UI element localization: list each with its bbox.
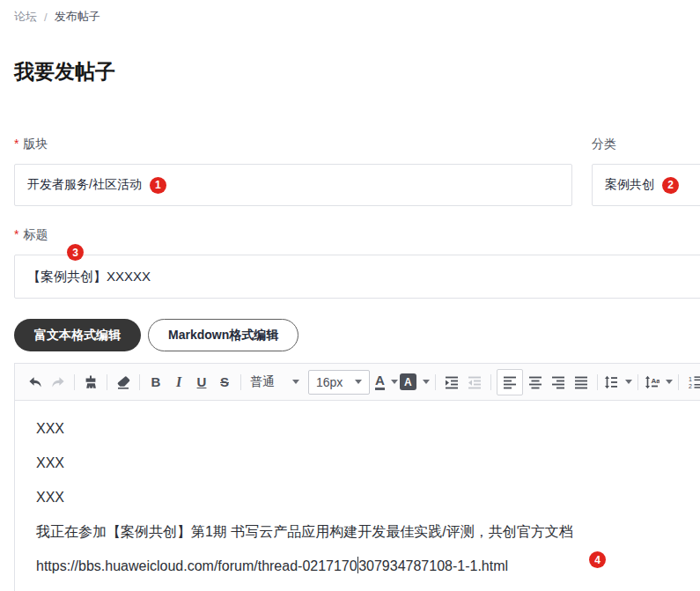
category-label: 分类	[592, 137, 700, 152]
breadcrumb: 论坛 / 发布帖子	[14, 9, 100, 25]
markdown-mode-button[interactable]: Markdown格式编辑	[148, 319, 298, 351]
italic-button[interactable]: I	[168, 371, 189, 394]
title-input[interactable]: 【案例共创】XXXXX	[14, 255, 700, 299]
svg-text:Aa: Aa	[651, 376, 659, 384]
board-label: *版块	[14, 137, 572, 152]
editor-mode-switch: 富文本格式编辑 Markdown格式编辑	[14, 319, 298, 351]
category-select[interactable]: 案例共创 2	[592, 164, 700, 206]
paragraph-format-dropdown[interactable]: 普通	[247, 371, 303, 394]
editor-paragraph: 我正在参加【案例共创】第1期 书写云产品应用构建开发最佳实践/评测，共创官方文档	[36, 514, 700, 549]
line-height-dropdown[interactable]	[603, 371, 632, 394]
undo-icon[interactable]	[25, 371, 46, 394]
strikethrough-button[interactable]: S	[214, 371, 235, 394]
toolbar-separator	[107, 374, 107, 390]
indent-increase-icon[interactable]	[441, 371, 462, 394]
align-left-icon[interactable]	[497, 369, 523, 395]
editor-line: XXX	[36, 411, 700, 446]
title-field: *标题 3 【案例共创】XXXXX	[14, 227, 700, 299]
required-mark: *	[14, 137, 18, 151]
breadcrumb-current-page: 发布帖子	[55, 9, 100, 25]
chevron-down-icon	[666, 380, 673, 384]
redo-icon[interactable]	[48, 371, 69, 394]
svg-text:2: 2	[689, 383, 692, 389]
font-size-dropdown[interactable]: 16px	[308, 370, 370, 395]
font-color-button[interactable]: A	[375, 371, 398, 394]
chevron-down-icon	[423, 380, 430, 384]
bold-button[interactable]: B	[145, 371, 166, 394]
annotation-badge-1: 1	[150, 177, 166, 194]
indent-decrease-icon[interactable]	[464, 371, 485, 394]
richtext-mode-button[interactable]: 富文本格式编辑	[14, 319, 141, 351]
editor-line: XXX	[36, 480, 700, 514]
url-text-before-caret: https://bbs.huaweicloud.com/forum/thread…	[36, 558, 357, 573]
required-mark: *	[14, 227, 18, 241]
annotation-badge-2: 2	[662, 177, 679, 194]
chevron-down-icon	[625, 380, 632, 384]
letter-spacing-dropdown[interactable]: Aa	[644, 371, 673, 394]
toolbar-separator	[435, 374, 436, 390]
editor-line: XXX	[36, 446, 700, 480]
annotation-badge-4: 4	[589, 551, 606, 568]
annotation-badge-3: 3	[67, 244, 84, 261]
ordered-list-icon[interactable]: 12	[684, 371, 700, 394]
toolbar-separator	[490, 374, 491, 390]
toolbar-separator	[637, 374, 638, 390]
category-value: 案例共创	[605, 177, 654, 193]
eraser-icon[interactable]	[113, 371, 134, 394]
toolbar-separator	[139, 374, 140, 390]
toolbar-separator	[597, 374, 598, 390]
category-field: 分类 案例共创 2	[592, 137, 700, 206]
toolbar-separator	[240, 374, 241, 390]
page-title: 我要发帖子	[14, 58, 115, 85]
align-center-icon[interactable]	[525, 371, 546, 394]
title-label: *标题	[14, 227, 700, 243]
underline-button[interactable]: U	[191, 371, 212, 394]
board-value: 开发者服务/社区活动	[27, 177, 142, 193]
svg-text:1: 1	[689, 375, 692, 381]
board-field: *版块 开发者服务/社区活动 1	[14, 137, 572, 206]
toolbar-separator	[74, 374, 75, 390]
rich-text-editor: B I U S 普通 16px A A	[14, 363, 700, 591]
board-select[interactable]: 开发者服务/社区活动 1	[14, 164, 572, 206]
align-right-icon[interactable]	[548, 371, 569, 394]
format-painter-icon[interactable]	[80, 371, 101, 394]
editor-toolbar: B I U S 普通 16px A A	[15, 364, 700, 401]
chevron-down-icon	[355, 380, 362, 384]
background-color-button[interactable]: A	[400, 371, 430, 394]
toolbar-separator	[678, 374, 679, 390]
breadcrumb-forum-link[interactable]: 论坛	[14, 9, 37, 25]
chevron-down-icon	[391, 380, 398, 384]
breadcrumb-separator: /	[44, 11, 48, 24]
title-value: 【案例共创】XXXXX	[27, 269, 151, 285]
url-text-after-caret: 307934787108-1-1.html	[358, 558, 508, 573]
chevron-down-icon	[292, 380, 299, 384]
align-justify-icon[interactable]	[571, 371, 592, 394]
